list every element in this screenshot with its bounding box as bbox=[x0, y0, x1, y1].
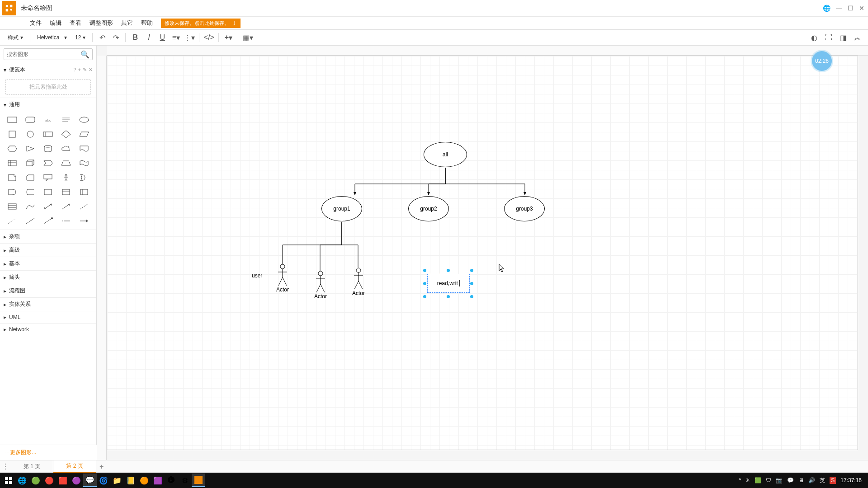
tray-icon[interactable]: 🟩 bbox=[755, 477, 761, 483]
taskbar-app-5[interactable]: 🟣 bbox=[70, 474, 83, 487]
node-group2[interactable]: group2 bbox=[408, 196, 449, 221]
category-flowchart[interactable]: ▸流程图 bbox=[0, 284, 96, 297]
shape-textlines[interactable] bbox=[57, 113, 75, 127]
add-button[interactable]: +▾ bbox=[222, 32, 234, 43]
close-icon[interactable]: ✕ bbox=[89, 67, 93, 73]
node-all[interactable]: all bbox=[424, 142, 467, 167]
theme-toggle-button[interactable]: ◐ bbox=[808, 32, 820, 43]
unsaved-warning[interactable]: 修改未保存。点击此处保存。 ⭳ bbox=[161, 19, 241, 28]
category-network[interactable]: ▸Network bbox=[0, 324, 96, 335]
more-shapes-button[interactable]: + 更多图形... bbox=[0, 445, 97, 460]
shape-document[interactable] bbox=[75, 142, 93, 155]
shape-note[interactable] bbox=[4, 171, 21, 184]
shape-diamond[interactable] bbox=[57, 127, 75, 141]
tray-icon[interactable]: ✳ bbox=[745, 477, 750, 483]
resize-handle[interactable] bbox=[470, 295, 473, 298]
underline-button[interactable]: U bbox=[156, 32, 168, 43]
shape-hexagon[interactable] bbox=[4, 142, 21, 155]
shape-parallelogram[interactable] bbox=[75, 127, 93, 141]
bold-button[interactable]: B bbox=[129, 32, 141, 43]
category-er[interactable]: ▸实体关系 bbox=[0, 298, 96, 311]
shape-and[interactable] bbox=[4, 185, 21, 199]
actor-3[interactable]: Actor bbox=[352, 267, 365, 296]
page-tab-1[interactable]: 第 1 页 bbox=[11, 460, 53, 473]
resize-handle[interactable] bbox=[447, 295, 450, 298]
help-icon[interactable]: ? bbox=[73, 67, 76, 73]
category-misc[interactable]: ▸杂项 bbox=[0, 230, 96, 243]
document-title[interactable]: 未命名绘图 bbox=[21, 4, 52, 12]
resize-handle[interactable] bbox=[423, 295, 426, 298]
shape-or[interactable] bbox=[75, 171, 93, 184]
category-scratchpad[interactable]: ▾ 便笺本 ? + ✎ ✕ bbox=[0, 63, 96, 76]
shape-triangle[interactable] bbox=[22, 142, 39, 155]
shape-callout[interactable] bbox=[40, 171, 57, 184]
menu-edit[interactable]: 编辑 bbox=[46, 18, 65, 28]
taskbar-app-7[interactable]: 📒 bbox=[124, 474, 137, 487]
shape-dashed[interactable] bbox=[75, 200, 93, 213]
taskbar-app-6[interactable]: 🌀 bbox=[97, 474, 110, 487]
editing-shape[interactable]: read,writ bbox=[427, 274, 470, 293]
list-button[interactable]: ⋮▾ bbox=[184, 32, 195, 43]
shape-list[interactable] bbox=[4, 200, 21, 213]
category-uml[interactable]: ▸UML bbox=[0, 311, 96, 323]
add-icon[interactable]: + bbox=[78, 67, 81, 73]
shape-bidir-arrow[interactable] bbox=[40, 200, 57, 213]
shape-rect[interactable] bbox=[4, 113, 21, 127]
category-basic[interactable]: ▸基本 bbox=[0, 257, 96, 270]
search-input[interactable] bbox=[4, 51, 78, 57]
shape-step[interactable] bbox=[40, 156, 57, 170]
format-panel-button[interactable]: ◨ bbox=[837, 32, 849, 43]
taskbar-app-4[interactable]: 🟥 bbox=[56, 474, 70, 487]
tray-clock[interactable]: 17:37:16 bbox=[840, 477, 862, 483]
table-button[interactable]: ▦▾ bbox=[242, 32, 254, 43]
fullscreen-button[interactable]: ⛶ bbox=[823, 32, 835, 43]
start-button[interactable] bbox=[2, 474, 15, 487]
shape-card[interactable] bbox=[22, 171, 39, 184]
edit-icon[interactable]: ✎ bbox=[83, 67, 87, 73]
shape-circle[interactable] bbox=[22, 127, 39, 141]
shape-container[interactable] bbox=[40, 185, 57, 199]
code-button[interactable]: </> bbox=[203, 32, 215, 43]
menu-extras[interactable]: 其它 bbox=[118, 18, 137, 28]
category-general[interactable]: ▾通用 bbox=[0, 98, 96, 111]
tray-network-icon[interactable]: 🖥 bbox=[798, 477, 804, 483]
timer-badge[interactable]: 02:26 bbox=[812, 51, 832, 71]
shape-container3[interactable] bbox=[75, 185, 93, 199]
actor-2[interactable]: Actor bbox=[314, 271, 327, 300]
tray-ime-icon[interactable]: S bbox=[830, 477, 836, 484]
taskbar-explorer[interactable]: 📁 bbox=[110, 474, 124, 487]
page-menu-button[interactable]: ⋮ bbox=[0, 462, 11, 471]
shape-line[interactable] bbox=[22, 214, 39, 228]
font-select[interactable]: Helvetica ▾ bbox=[34, 33, 70, 42]
shape-link2[interactable] bbox=[75, 214, 93, 228]
style-select[interactable]: 样式 ▾ bbox=[5, 32, 26, 43]
label-user[interactable]: user bbox=[252, 272, 262, 279]
shape-line2[interactable] bbox=[40, 214, 57, 228]
shape-curve[interactable] bbox=[22, 200, 39, 213]
globe-icon[interactable]: 🌐 bbox=[823, 5, 830, 12]
taskbar-app-3[interactable]: 🔴 bbox=[42, 474, 56, 487]
redo-button[interactable]: ↷ bbox=[110, 32, 122, 43]
tray-chevron-icon[interactable]: ^ bbox=[739, 477, 741, 483]
menu-file[interactable]: 文件 bbox=[26, 18, 45, 28]
category-advanced[interactable]: ▸高级 bbox=[0, 244, 96, 257]
search-icon[interactable]: 🔍 bbox=[78, 50, 92, 59]
collapse-button[interactable]: ︽ bbox=[852, 32, 863, 43]
shape-cube[interactable] bbox=[22, 156, 39, 170]
add-page-button[interactable]: + bbox=[96, 463, 107, 471]
undo-button[interactable]: ↶ bbox=[96, 32, 108, 43]
shape-dotted[interactable] bbox=[4, 214, 21, 228]
shape-square[interactable] bbox=[4, 127, 21, 141]
taskbar-app-9[interactable]: 🟪 bbox=[151, 474, 165, 487]
minimize-window-icon[interactable]: — bbox=[836, 5, 842, 12]
page-tab-2[interactable]: 第 2 页 bbox=[53, 460, 96, 473]
taskbar-app-wechat[interactable]: 💬 bbox=[83, 474, 97, 487]
shape-datastore[interactable] bbox=[22, 185, 39, 199]
menu-help[interactable]: 帮助 bbox=[137, 18, 156, 28]
node-group3[interactable]: group3 bbox=[504, 196, 545, 221]
tray-icon[interactable]: 🛡 bbox=[766, 477, 771, 483]
actor-1[interactable]: Actor bbox=[276, 264, 289, 293]
maximize-window-icon[interactable]: ☐ bbox=[848, 5, 854, 12]
resize-handle[interactable] bbox=[470, 282, 473, 285]
taskbar-app-10[interactable]: 🅦 bbox=[165, 474, 178, 487]
